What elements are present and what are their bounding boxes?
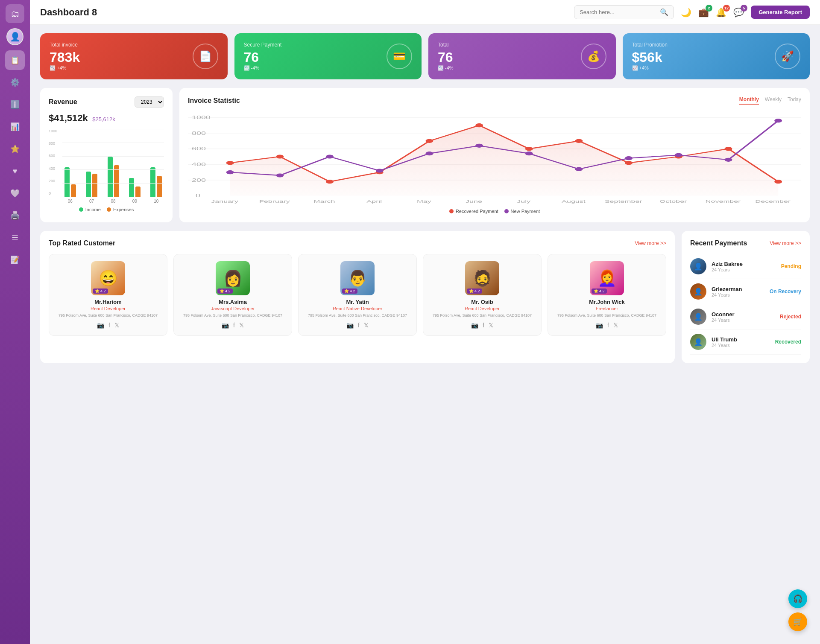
rating-badge-1: ⭐ 4.2 — [217, 288, 233, 294]
theme-toggle[interactable]: 🌙 — [681, 7, 691, 17]
payment-age-0: 24 Years — [712, 267, 776, 272]
customer-role-4: Freelancer — [596, 306, 618, 311]
facebook-icon-3[interactable]: f — [483, 322, 484, 329]
facebook-icon-4[interactable]: f — [607, 322, 609, 329]
wallet-badge: 2 — [706, 5, 712, 12]
svg-text:October: October — [659, 199, 687, 204]
svg-text:March: March — [314, 199, 335, 204]
legend-dot-income — [79, 207, 83, 212]
stat-value-total: 76 — [438, 50, 454, 65]
customer-card-3: 🧔 ⭐ 4.2 Mr. Osib React Developer 795 Fol… — [423, 254, 542, 336]
payments-header: Recent Payments View more >> — [690, 239, 801, 247]
stat-label-invoice: Total invoice — [50, 42, 80, 48]
twitter-icon-2[interactable]: 𝕏 — [364, 322, 369, 329]
instagram-icon-4[interactable]: 📷 — [596, 322, 603, 329]
customer-addr-2: 795 Folsom Ave, Suite 600 San Francisco,… — [308, 313, 407, 318]
stat-value-invoice: 783k — [50, 50, 80, 65]
rating-badge-3: ⭐ 4.2 — [467, 288, 482, 294]
search-input[interactable] — [580, 9, 656, 15]
sidebar: 🗂 👤 📋 ⚙️ ℹ️ 📊 ⭐ ♥ 🤍 🖨️ ☰ 📝 — [0, 0, 30, 644]
customer-card-0: 😄 ⭐ 4.2 Mr.Hariom React Developer 795 Fo… — [49, 254, 167, 336]
instagram-icon-1[interactable]: 📷 — [222, 322, 229, 329]
customer-name-1: Mrs.Asima — [219, 299, 247, 305]
dot-n-jul — [525, 152, 533, 155]
customer-addr-0: 795 Folsom Ave, Suite 600 San Francisco,… — [59, 313, 158, 318]
sidebar-item-dashboard[interactable]: 📋 — [5, 50, 25, 70]
payment-status-1: On Recovery — [770, 288, 801, 294]
dot-r-jul — [525, 147, 533, 151]
instagram-icon-3[interactable]: 📷 — [471, 322, 478, 329]
sidebar-item-liked[interactable]: ♥ — [5, 161, 25, 181]
floating-buttons: 🎧 🛒 — [788, 589, 807, 631]
svg-text:600: 600 — [192, 146, 206, 151]
legend-dot-expenses — [107, 207, 111, 212]
stat-icon-payment: 💳 — [387, 44, 412, 69]
payment-avatar-1: 👤 — [690, 283, 706, 300]
instagram-icon-2[interactable]: 📷 — [346, 322, 354, 329]
invoice-title: Invoice Statistic — [188, 97, 240, 105]
customers-title: Top Rated Customer — [49, 239, 115, 247]
grid-lines — [62, 129, 164, 197]
stat-change-payment: 📉 -4% — [244, 65, 282, 71]
invoice-card-header: Invoice Statistic Monthly Weekly Today — [188, 96, 801, 105]
sidebar-item-print[interactable]: 🖨️ — [5, 206, 25, 225]
sidebar-item-settings[interactable]: ⚙️ — [5, 73, 25, 92]
payment-name-1: Griezerman — [712, 286, 764, 292]
svg-text:May: May — [417, 199, 432, 204]
tab-today[interactable]: Today — [788, 96, 801, 105]
support-float-button[interactable]: 🎧 — [788, 589, 807, 608]
customer-social-2: 📷 f 𝕏 — [346, 322, 369, 329]
tab-weekly[interactable]: Weekly — [765, 96, 782, 105]
twitter-icon-3[interactable]: 𝕏 — [489, 322, 493, 329]
stat-value-promotion: $56k — [632, 50, 668, 65]
generate-report-button[interactable]: Generate Report — [751, 6, 810, 19]
svg-text:400: 400 — [192, 162, 206, 167]
twitter-icon-4[interactable]: 𝕏 — [613, 322, 618, 329]
facebook-icon-0[interactable]: f — [108, 322, 110, 329]
sidebar-item-info[interactable]: ℹ️ — [5, 95, 25, 114]
payment-name-0: Aziz Bakree — [712, 261, 776, 267]
tab-monthly[interactable]: Monthly — [739, 96, 759, 105]
dot-n-apr — [376, 169, 384, 172]
payments-view-more[interactable]: View more >> — [770, 240, 801, 246]
customer-name-3: Mr. Osib — [471, 299, 493, 305]
svg-text:December: December — [755, 199, 791, 204]
twitter-icon-0[interactable]: 𝕏 — [114, 322, 119, 329]
bell-icon[interactable]: 🔔 12 — [716, 7, 726, 17]
stat-label-payment: Secure Payment — [244, 42, 282, 48]
stat-card-promotion: Total Promotion $56k 📈 +4% 🚀 — [623, 33, 810, 79]
search-box[interactable]: 🔍 — [574, 5, 674, 19]
instagram-icon-0[interactable]: 📷 — [97, 322, 104, 329]
dot-n-mar — [326, 154, 334, 158]
customer-avatar-1: 👩 ⭐ 4.2 — [216, 261, 250, 295]
twitter-icon-1[interactable]: 𝕏 — [239, 322, 244, 329]
dot-n-oct — [675, 153, 682, 157]
sidebar-item-favorites[interactable]: ⭐ — [5, 139, 25, 159]
facebook-icon-1[interactable]: f — [233, 322, 235, 329]
sidebar-item-menu[interactable]: ☰ — [5, 228, 25, 248]
legend-dot-new — [504, 209, 509, 213]
chat-icon[interactable]: 💬 5 — [733, 7, 744, 17]
cart-float-button[interactable]: 🛒 — [788, 612, 807, 631]
y-axis-labels: 1000 800 600 400 200 0 — [49, 129, 57, 197]
customers-view-more[interactable]: View more >> — [635, 240, 666, 246]
svg-text:February: February — [259, 199, 290, 204]
wallet-icon[interactable]: 💼 2 — [698, 7, 709, 17]
sidebar-item-analytics[interactable]: 📊 — [5, 117, 25, 137]
sidebar-item-saved[interactable]: 🤍 — [5, 184, 25, 203]
sidebar-item-notes[interactable]: 📝 — [5, 250, 25, 270]
dot-n-may — [425, 152, 433, 155]
customer-avatar-0: 😄 ⭐ 4.2 — [91, 261, 125, 295]
customer-role-0: React Developer — [91, 306, 126, 311]
payment-age-2: 24 Years — [712, 318, 775, 323]
revenue-card-header: Revenue 202320222021 — [49, 96, 164, 108]
stat-change-promotion: 📈 +4% — [632, 65, 668, 71]
dot-r-aug — [575, 139, 583, 143]
payment-info-1: Griezerman 24 Years — [712, 286, 764, 297]
svg-text:January: January — [211, 199, 239, 204]
customers-header: Top Rated Customer View more >> — [49, 239, 666, 247]
chart-tabs: Monthly Weekly Today — [739, 96, 801, 105]
year-select[interactable]: 202320222021 — [135, 96, 164, 108]
recent-payments-card: Recent Payments View more >> 👤 Aziz Bakr… — [682, 231, 810, 363]
facebook-icon-2[interactable]: f — [358, 322, 360, 329]
